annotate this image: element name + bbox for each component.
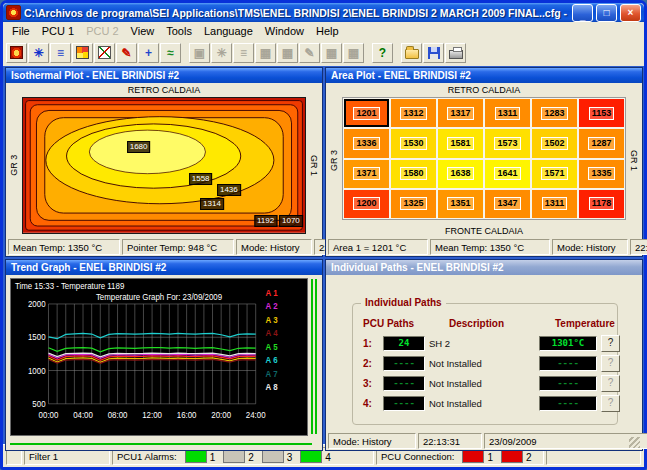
- svg-text:1000: 1000: [28, 366, 46, 375]
- area-cell[interactable]: 1336: [344, 129, 389, 157]
- svg-text:A 8: A 8: [266, 383, 278, 392]
- area-cell[interactable]: 1335: [579, 160, 624, 188]
- area-cell[interactable]: 1371: [344, 160, 389, 188]
- lines-icon: ≡: [57, 47, 64, 59]
- area-cell[interactable]: 1325: [391, 190, 436, 218]
- print-icon: [449, 50, 463, 59]
- toolbar-separator: [182, 43, 188, 63]
- alarm-indicator-light: [223, 450, 245, 463]
- menu-help[interactable]: Help: [311, 25, 344, 37]
- path-help-button[interactable]: ?: [601, 335, 620, 352]
- area-cell[interactable]: 1347: [485, 190, 530, 218]
- area-cell[interactable]: 1200: [344, 190, 389, 218]
- snowflake-icon: ✳: [33, 47, 43, 59]
- snowflake-button[interactable]: ✳: [28, 43, 49, 63]
- area-cell[interactable]: 1573: [485, 129, 530, 157]
- pcu2-isothermal-button[interactable]: ▣: [189, 43, 210, 63]
- area-cell[interactable]: 1638: [438, 160, 483, 188]
- help-button[interactable]: ?: [372, 43, 393, 63]
- isothermal-plot-window: Isothermal Plot - ENEL BRINDISI #2 RETRO…: [5, 67, 323, 257]
- area-cell[interactable]: 1287: [579, 129, 624, 157]
- menu-language[interactable]: Language: [199, 25, 258, 37]
- pcu2-area-button[interactable]: ▦: [255, 43, 276, 63]
- area-cell[interactable]: 1317: [438, 99, 483, 127]
- area-cell[interactable]: 1530: [391, 129, 436, 157]
- path-description: Not Installed: [429, 358, 535, 369]
- menu-pcu-2[interactable]: PCU 2: [81, 25, 123, 37]
- open-button[interactable]: [401, 43, 422, 63]
- area-cell-value: 1347: [494, 197, 520, 210]
- pcu2-graph-button[interactable]: ▦: [343, 43, 364, 63]
- area-cell[interactable]: 1581: [438, 129, 483, 157]
- path-number-display: 24: [383, 336, 425, 351]
- minimize-button[interactable]: _: [572, 4, 593, 22]
- path-description: Not Installed: [429, 378, 535, 389]
- trend-title-bar[interactable]: Trend Graph - ENEL BRINDISI #2: [6, 260, 322, 275]
- pointer-button[interactable]: +: [138, 43, 159, 63]
- alarm-indicator-number: 3: [287, 452, 293, 463]
- individual-paths-window: Individual Paths - ENEL BRINDISI #2 Indi…: [325, 259, 643, 451]
- pcu2-snowflake-button[interactable]: ✳: [211, 43, 232, 63]
- area-plot-button[interactable]: [72, 43, 93, 63]
- path-number-display: ----: [383, 356, 425, 371]
- path-row: 3:----Not Installed----?: [353, 373, 617, 393]
- area-cell[interactable]: 1153: [579, 99, 624, 127]
- pcu2-pointer-button[interactable]: ▦: [321, 43, 342, 63]
- close-button[interactable]: ×: [620, 4, 641, 22]
- area-cell[interactable]: 1502: [532, 129, 577, 157]
- pcu2-snowflake-icon: ✳: [216, 47, 226, 59]
- status-field: 22:13:31: [630, 239, 647, 255]
- title-bar[interactable]: C:\Archivos de programa\SEI Applications…: [3, 3, 644, 22]
- save-button[interactable]: [423, 43, 444, 63]
- individual-paths-group: Individual Paths PCU Paths Description T…: [352, 303, 618, 425]
- area-cell[interactable]: 1580: [391, 160, 436, 188]
- pcu2-edit-button[interactable]: ✎: [299, 43, 320, 63]
- path-index: 2:: [363, 358, 379, 369]
- maximize-button[interactable]: □: [596, 4, 617, 22]
- area-cell[interactable]: 1351: [438, 190, 483, 218]
- status-field: Mode: History: [328, 433, 416, 449]
- area-cell-value: 1283: [541, 107, 567, 120]
- area-cell[interactable]: 1311: [485, 99, 530, 127]
- minimize-glyph: _: [580, 10, 586, 21]
- print-button[interactable]: [445, 43, 466, 63]
- pcu2-lines-button[interactable]: ≡: [233, 43, 254, 63]
- menu-view[interactable]: View: [126, 25, 160, 37]
- graph-button[interactable]: ≈: [160, 43, 181, 63]
- resize-grip[interactable]: [629, 437, 640, 448]
- status-field: 22:13:31: [418, 433, 482, 449]
- area-cell[interactable]: 1311: [532, 190, 577, 218]
- pcu2-isothermal-icon: ▣: [194, 47, 205, 59]
- trend-plot[interactable]: 20001500100050000:0004:0008:0012:0016:00…: [10, 278, 308, 436]
- trend-graph-button[interactable]: [94, 43, 115, 63]
- path-index: 1:: [363, 338, 379, 349]
- isothermal-plot[interactable]: 168015581436131411921070: [22, 97, 306, 234]
- path-row: 2:----Not Installed----?: [353, 353, 617, 373]
- isothermal-plot-button[interactable]: [6, 43, 27, 63]
- area-cell[interactable]: 1201: [344, 99, 389, 127]
- path-help-button[interactable]: ?: [601, 355, 620, 372]
- area-cell-value: 1638: [447, 167, 473, 180]
- area-cell[interactable]: 1312: [391, 99, 436, 127]
- isothermal-title-bar[interactable]: Isothermal Plot - ENEL BRINDISI #2: [6, 68, 322, 83]
- menu-pcu-1[interactable]: PCU 1: [37, 25, 79, 37]
- area-plot-icon: [76, 46, 89, 59]
- pcu2-trend-button[interactable]: ▦: [277, 43, 298, 63]
- edit-button[interactable]: ✎: [116, 43, 137, 63]
- menu-file[interactable]: File: [7, 25, 35, 37]
- area-cell[interactable]: 1283: [532, 99, 577, 127]
- paths-title-bar[interactable]: Individual Paths - ENEL BRINDISI #2: [326, 260, 642, 275]
- path-help-button[interactable]: ?: [601, 395, 620, 412]
- area-cell[interactable]: 1641: [485, 160, 530, 188]
- path-help-button[interactable]: ?: [601, 375, 620, 392]
- area-cell-value: 1530: [400, 137, 426, 150]
- trend-graph-window: Trend Graph - ENEL BRINDISI #2 200015001…: [5, 259, 323, 451]
- menu-window[interactable]: Window: [260, 25, 309, 37]
- area-title-bar[interactable]: Area Plot - ENEL BRINDISI #2: [326, 68, 642, 83]
- menu-tools[interactable]: Tools: [161, 25, 197, 37]
- paths-rows: 1:24SH 21301°C?2:----Not Installed----?3…: [353, 333, 617, 413]
- lines-button[interactable]: ≡: [50, 43, 71, 63]
- svg-text:A 3: A 3: [266, 315, 278, 324]
- area-cell[interactable]: 1571: [532, 160, 577, 188]
- area-cell[interactable]: 1178: [579, 190, 624, 218]
